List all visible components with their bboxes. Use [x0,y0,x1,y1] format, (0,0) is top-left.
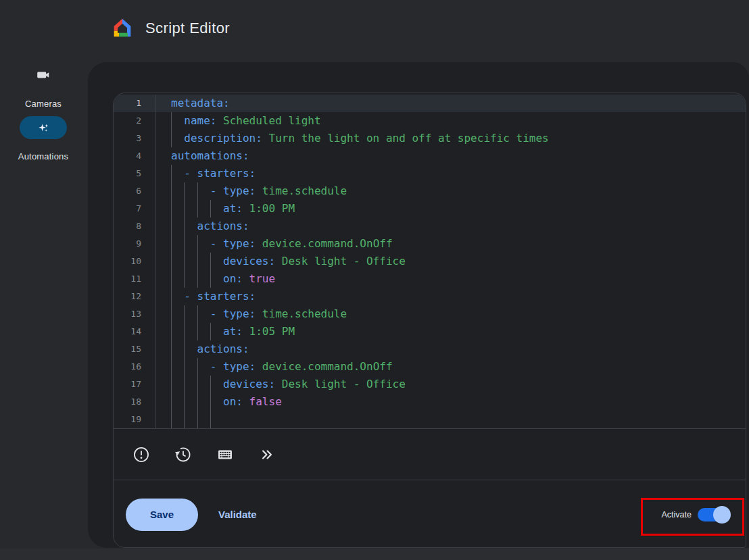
code-line[interactable]: 18on: false [114,393,746,411]
code-token-val: time.schedule [256,184,347,197]
code-line-content: devices: Desk light - Office [156,376,406,393]
indent-guide [184,235,197,253]
code-line[interactable]: 3description: Turn the light on and off … [114,130,746,147]
code-token-val: time.schedule [256,307,347,320]
indent-guide [171,235,184,253]
bottom-strip [0,549,749,560]
line-number: 5 [114,165,156,182]
indent-guide [184,253,197,270]
app-header: Script Editor [0,0,749,62]
indent-guide [197,270,210,288]
code-token-val: 1:00 PM [243,202,295,215]
editor-toolbar [114,428,746,480]
page-title: Script Editor [145,20,230,37]
indent-guide [197,253,210,270]
code-line[interactable]: 9- type: device.command.OnOff [114,235,746,253]
code-line-content: description: Turn the light on and off a… [156,130,549,147]
code-token-key: starters: [197,167,256,180]
code-line[interactable]: 15actions: [114,340,746,358]
code-token-val: Desk light - Office [275,255,406,268]
code-editor[interactable]: 1metadata:2name: Scheduled light3descrip… [114,93,746,428]
indent-guide [171,218,184,235]
code-line[interactable]: 19 [114,411,746,428]
code-line[interactable]: 12- starters: [114,288,746,305]
code-line-content: automations: [156,147,249,165]
activate-group: Activate [662,508,727,521]
code-line[interactable]: 8actions: [114,218,746,235]
code-token-dash: - [210,237,223,250]
code-line-content: - type: time.schedule [156,182,347,200]
editor-panel: 1metadata:2name: Scheduled light3descrip… [113,93,746,548]
code-line[interactable]: 2name: Scheduled light [114,112,746,130]
sidebar-item-label: Automations [0,151,87,161]
history-icon[interactable] [174,446,192,463]
code-line[interactable]: 4automations: [114,147,746,165]
code-line[interactable]: 1metadata: [114,95,746,112]
sidebar-item-cameras[interactable]: Cameras [0,68,87,109]
double-chevron-icon[interactable] [258,446,276,463]
script-editor-card: 1metadata:2name: Scheduled light3descrip… [88,62,749,548]
sidebar-item-automations[interactable]: Automations [0,116,87,161]
indent-guide [171,358,184,376]
line-number: 14 [114,323,156,340]
code-line[interactable]: 5- starters: [114,165,746,182]
code-token-key: devices: [223,255,275,268]
code-line-content [156,411,223,428]
code-line[interactable]: 16- type: device.command.OnOff [114,358,746,376]
line-number: 11 [114,270,156,288]
indent-guide [184,182,197,200]
indent-guide [210,411,223,428]
line-number: 9 [114,235,156,253]
code-line-content: - starters: [156,165,256,182]
indent-guide [184,393,197,411]
indent-guide [171,112,184,130]
line-number: 2 [114,112,156,130]
problems-icon[interactable] [132,446,150,463]
indent-guide [197,235,210,253]
line-number: 1 [114,95,156,112]
activate-label: Activate [662,510,692,519]
code-token-val: Turn the light on and off at specific ti… [262,132,549,145]
sidebar-item-label: Cameras [0,99,87,109]
code-line-content: on: true [156,270,275,288]
save-button[interactable]: Save [126,499,198,531]
indent-guide [171,323,184,340]
indent-guide [210,270,223,288]
code-token-key: type: [223,307,256,320]
indent-guide [197,305,210,323]
code-token-bool: true [243,272,275,285]
validate-button[interactable]: Validate [218,509,257,520]
indent-guide [171,288,184,305]
code-line-content: - type: device.command.OnOff [156,235,393,253]
line-number: 10 [114,253,156,270]
keyboard-icon[interactable] [216,446,234,463]
code-token-val: device.command.OnOff [256,237,392,250]
code-line-content: on: false [156,393,282,411]
code-line[interactable]: 7at: 1:00 PM [114,200,746,218]
indent-guide [184,305,197,323]
code-line[interactable]: 6- type: time.schedule [114,182,746,200]
code-token-val: device.command.OnOff [256,360,392,373]
code-line[interactable]: 10devices: Desk light - Office [114,253,746,270]
code-token-key: type: [223,237,256,250]
indent-guide [210,393,223,411]
activate-toggle[interactable] [698,508,727,521]
line-number: 12 [114,288,156,305]
indent-guide [171,340,184,358]
line-number: 19 [114,411,156,428]
code-line[interactable]: 11on: true [114,270,746,288]
code-line[interactable]: 13- type: time.schedule [114,305,746,323]
indent-guide [184,270,197,288]
code-line[interactable]: 17devices: Desk light - Office [114,376,746,393]
indent-guide [210,200,223,218]
indent-guide [197,358,210,376]
code-line[interactable]: 14at: 1:05 PM [114,323,746,340]
code-token-key: starters: [197,290,256,303]
indent-guide [197,393,210,411]
code-token-key: at: [223,325,243,338]
indent-guide [171,182,184,200]
code-token-key: name: [184,114,216,127]
indent-guide [171,165,184,182]
indent-guide [184,376,197,393]
code-token-bool: false [243,395,282,408]
